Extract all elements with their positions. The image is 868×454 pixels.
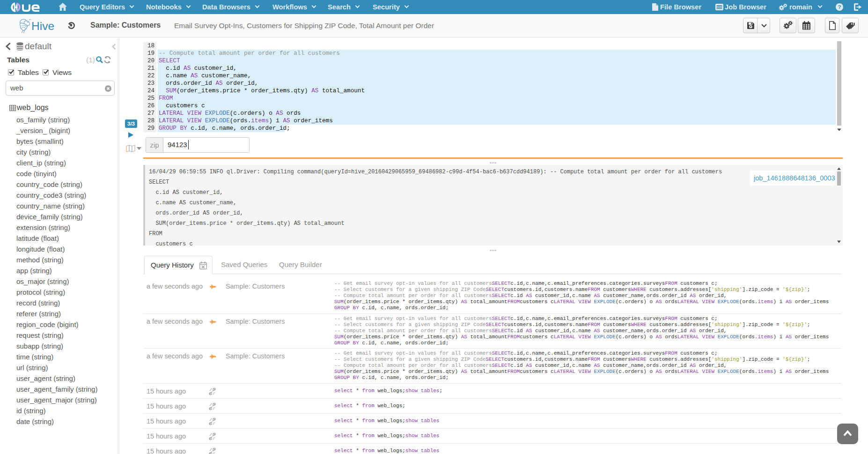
svg-text:?: ? [838, 4, 841, 10]
